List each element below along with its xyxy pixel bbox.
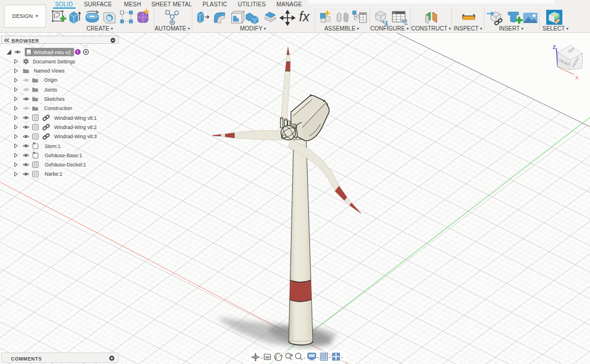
svg-text:Gehäuse-Base:1: Gehäuse-Base:1 (45, 153, 82, 158)
svg-text:X: X (575, 74, 579, 81)
svg-text:Narbe:1: Narbe:1 (45, 171, 63, 177)
svg-text:Origin: Origin (44, 77, 57, 83)
svg-text:Z: Z (553, 44, 556, 50)
svg-text:fx: fx (299, 9, 310, 24)
svg-text:Construction: Construction (44, 105, 72, 111)
svg-text:Windrad-neu v2: Windrad-neu v2 (33, 50, 71, 55)
svg-text:Sketches: Sketches (44, 96, 65, 102)
svg-text:Named Views: Named Views (34, 68, 65, 74)
svg-text:Joints: Joints (44, 87, 57, 93)
svg-text:BROWSER: BROWSER (12, 38, 39, 44)
svg-text:Gehäuse-Deckel:1: Gehäuse-Deckel:1 (45, 162, 86, 168)
svg-text:Stem:1: Stem:1 (45, 143, 61, 149)
svg-text:Windrad-Wing v8:2: Windrad-Wing v8:2 (54, 124, 97, 130)
svg-text:Windrad-Wing v8:3: Windrad-Wing v8:3 (54, 134, 97, 139)
svg-text:T.: T. (76, 50, 80, 54)
svg-text:COMMENTS: COMMENTS (11, 356, 42, 362)
svg-text:Windrad-Wing v8:1: Windrad-Wing v8:1 (54, 115, 97, 121)
svg-text:Document Settings: Document Settings (33, 59, 75, 65)
